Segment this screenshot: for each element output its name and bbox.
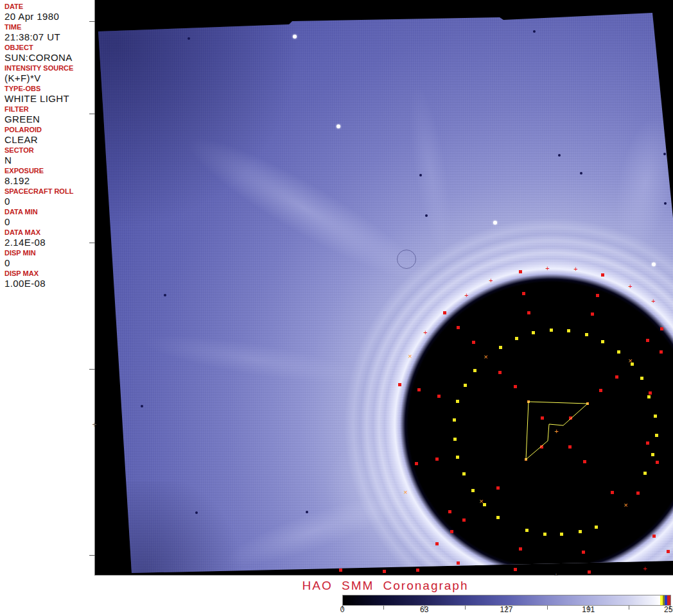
axis-tick xyxy=(89,21,95,22)
colorbar-label: 63 xyxy=(420,605,428,614)
colorbar-label: 127 xyxy=(500,605,512,614)
overlay-graphics xyxy=(0,0,673,616)
axis-tick xyxy=(89,369,95,370)
colorbar-label: 0 xyxy=(340,605,345,614)
colorbar xyxy=(342,595,671,606)
image-title: HAO SMM Coronagraph xyxy=(302,579,469,593)
colorbar-label: 191 xyxy=(582,605,595,614)
axis-left xyxy=(94,0,95,576)
axis-cross-mark: + xyxy=(91,422,98,428)
footer: HAO SMM Coronagraph 063127191255 xyxy=(0,576,673,616)
viewer-window: DATE20 Apr 1980TIME21:38:07 UTOBJECTSUN:… xyxy=(0,0,673,616)
alignment-polygon xyxy=(526,402,588,459)
axis-tick xyxy=(89,555,95,556)
axis-tick xyxy=(89,114,95,114)
axis-tick xyxy=(89,243,95,243)
colorbar-labels: 063127191255 xyxy=(342,605,670,614)
colorbar-label: 255 xyxy=(664,605,673,614)
